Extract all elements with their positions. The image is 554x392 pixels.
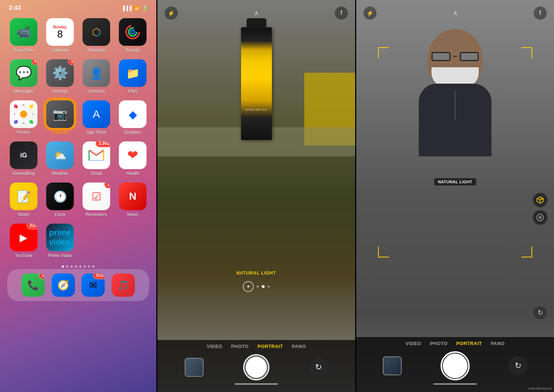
lighting-icon-circle[interactable] <box>533 210 547 225</box>
mode3-pano[interactable]: PANO <box>491 341 505 346</box>
music-icon: 🎵 <box>112 273 135 297</box>
app-activity[interactable]: Activity <box>116 18 149 53</box>
mode-video[interactable]: VIDEO <box>207 344 222 349</box>
shutter3-inner <box>443 353 467 378</box>
app-calendar[interactable]: Monday 8 Calendar <box>44 18 76 53</box>
flip3-icon: ↻ <box>515 361 521 371</box>
lighting-dial-icon[interactable]: ☀ <box>243 281 254 292</box>
camera-screen-front: NATURAL LIGHT ↻ ⚡ ∧ f <box>356 0 554 392</box>
mode-portrait[interactable]: PORTRAIT <box>257 344 283 349</box>
status-icons: ▐▐▐ 📶 🔋 <box>121 5 148 11</box>
mode3-photo[interactable]: PHOTO <box>430 341 448 346</box>
app-notes[interactable]: 📝 Notes <box>7 183 40 217</box>
app-files[interactable]: 📁 Files <box>116 59 149 94</box>
messages-label: Messages <box>14 89 34 94</box>
primevideo-label: Prime Video <box>48 253 72 258</box>
appstore-icon: A <box>83 100 110 128</box>
flip-camera-button[interactable]: ↻ <box>309 358 328 377</box>
flip3-camera-button[interactable]: ↻ <box>509 356 527 375</box>
dot-4 <box>79 265 81 268</box>
gmail-icon: 2,052 <box>83 141 110 169</box>
chevron3-icon: ∧ <box>453 9 458 17</box>
iphone-homescreen: 2:43 ▐▐▐ 📶 🔋 📹 FaceTime Monday 8 Calenda… <box>0 0 156 392</box>
fstop3-button[interactable]: f <box>534 7 547 20</box>
flash3-button[interactable]: ⚡ <box>364 7 377 20</box>
igeeks-label: iGeeksBlog <box>12 171 35 176</box>
flash3-icon: ⚡ <box>366 10 374 17</box>
dock-mail[interactable]: 33,636 ✉ <box>81 273 105 297</box>
photo3-thumbnail[interactable] <box>383 356 402 375</box>
photo-thumbnail[interactable] <box>185 358 204 377</box>
dot-7 <box>92 265 95 268</box>
fstop3-icon: f <box>539 10 541 16</box>
app-shortcuts[interactable]: ⬡ Shortcuts <box>80 18 113 53</box>
rotate-button[interactable]: ↻ <box>534 306 547 319</box>
app-grid: 📹 FaceTime Monday 8 Calendar ⬡ Shortcuts <box>0 12 156 262</box>
natural-light-label: NATURAL LIGHT <box>157 271 355 276</box>
files-icon: 📁 <box>119 59 146 87</box>
dial-dot-1 <box>257 285 259 288</box>
page-dots <box>0 262 156 269</box>
app-contacts[interactable]: 👤 Contacts <box>80 59 113 94</box>
lighting-dial: ☀ <box>157 281 355 292</box>
flash-button[interactable]: ⚡ <box>165 7 178 20</box>
flash-icon: ⚡ <box>168 10 175 17</box>
app-camera[interactable]: 📷 Camera <box>44 100 76 135</box>
youtube-label: YouTube <box>15 253 32 258</box>
mode-pano[interactable]: PANO <box>292 344 306 349</box>
mode3-portrait[interactable]: PORTRAIT <box>456 341 482 346</box>
app-appstore[interactable]: A App Store <box>80 100 113 135</box>
mode3-tabs: VIDEO PHOTO PORTRAIT PANO <box>356 337 554 348</box>
camera-viewfinder-front: NATURAL LIGHT ↻ ⚡ ∧ f <box>356 0 554 392</box>
primevideo-icon: primevideo <box>46 224 74 251</box>
facetime-icon: 📹 <box>10 18 37 46</box>
shutter-button[interactable] <box>243 354 269 380</box>
natural-light-badge: NATURAL LIGHT <box>434 178 476 185</box>
app-news[interactable]: N News <box>116 183 149 217</box>
shutter3-button[interactable] <box>441 351 470 380</box>
app-dropbox[interactable]: ◆ Dropbox <box>116 100 149 135</box>
camera3-top-bar: ⚡ ∧ f <box>356 0 554 26</box>
dot-3 <box>75 265 77 268</box>
svg-point-2 <box>131 30 135 34</box>
app-primevideo[interactable]: primevideo Prime Video <box>44 224 76 258</box>
face-frame-corner-tl <box>378 47 389 58</box>
youtube-badge: 325 <box>27 224 37 229</box>
news-icon: N <box>119 183 146 210</box>
app-weather[interactable]: ⛅ Weather <box>44 141 76 176</box>
calendar-label: Calendar <box>51 48 69 53</box>
mode-photo[interactable]: PHOTO <box>231 344 249 349</box>
app-clock[interactable]: 🕐 Clock <box>44 183 76 217</box>
settings-badge: 1 <box>68 59 74 65</box>
app-youtube[interactable]: 325 ▶ YouTube <box>7 224 40 258</box>
app-health[interactable]: ❤ Health <box>116 141 149 176</box>
mail-badge: 33,636 <box>93 273 105 279</box>
camera-subject-thermos: iGEEKSBLOG <box>233 18 280 164</box>
dock-safari[interactable]: 🧭 <box>52 273 75 297</box>
f-stop-button[interactable]: f <box>335 7 348 20</box>
health-icon: ❤ <box>119 141 146 169</box>
status-bar: 2:43 ▐▐▐ 📶 🔋 <box>0 0 156 12</box>
dot-5 <box>84 265 86 268</box>
dock-music[interactable]: 🎵 <box>112 273 135 297</box>
dot-1 <box>66 265 68 268</box>
shutter-inner <box>246 357 267 378</box>
lighting-icon-cube[interactable] <box>533 193 547 207</box>
flip-icon: ↻ <box>315 363 322 372</box>
app-photos[interactable]: Photos <box>7 100 40 135</box>
dial-dot-active <box>262 285 265 288</box>
gmail-label: Gmail <box>91 171 102 176</box>
app-igeeks[interactable]: iG iGeeksBlog <box>7 141 40 176</box>
clock-label: Clock <box>55 212 65 217</box>
app-reminders[interactable]: ☑ 1 Reminders <box>80 183 113 217</box>
app-messages[interactable]: 💬 6 Messages <box>7 59 40 94</box>
mail-icon: 33,636 ✉ <box>81 273 105 297</box>
mode3-video[interactable]: VIDEO <box>406 341 421 346</box>
mode-tabs: VIDEO PHOTO PORTRAIT PANO <box>157 340 355 351</box>
dock-phone[interactable]: 1 📞 <box>21 273 45 297</box>
calendar-day: 8 <box>57 29 63 39</box>
app-facetime[interactable]: 📹 FaceTime <box>7 18 40 53</box>
clock-icon: 🕐 <box>46 183 74 210</box>
app-gmail[interactable]: 2,052 Gmail <box>80 141 113 176</box>
app-settings[interactable]: ⚙️ 1 Settings <box>44 59 76 94</box>
